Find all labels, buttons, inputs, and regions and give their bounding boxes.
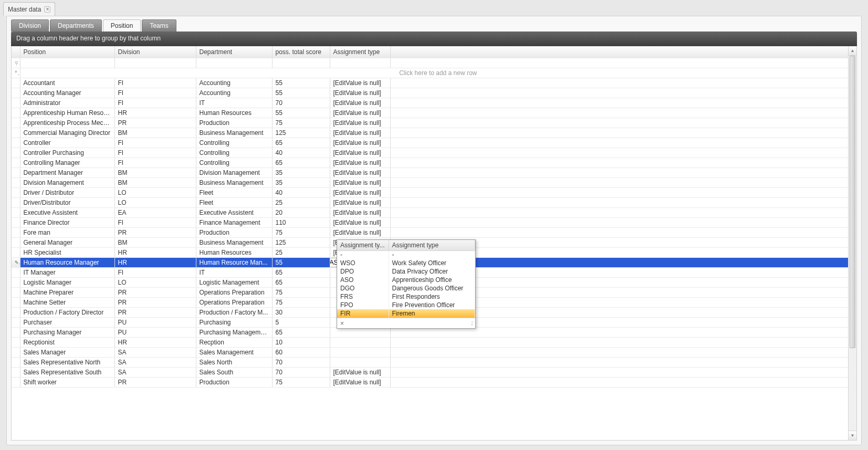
- dropdown-option[interactable]: FIRFiremen: [337, 309, 475, 318]
- scroll-down-icon[interactable]: ▼: [849, 431, 856, 440]
- cell-score[interactable]: 65: [272, 277, 330, 287]
- cell-position[interactable]: Driver/Distributor: [20, 197, 114, 207]
- cell-score[interactable]: 70: [272, 98, 330, 108]
- cell-department[interactable]: Production: [196, 377, 272, 387]
- table-row[interactable]: Controller PurchasingFIControlling40[Edi…: [12, 148, 856, 158]
- cell-department[interactable]: Human Resources: [196, 247, 272, 257]
- cell-assignment[interactable]: [EditValue is null]: [330, 88, 390, 98]
- filter-cell[interactable]: [196, 58, 272, 68]
- cell-division[interactable]: FI: [114, 148, 196, 158]
- cell-position[interactable]: Driver / Distributor: [20, 187, 114, 197]
- cell-division[interactable]: PR: [114, 297, 196, 307]
- cell-department[interactable]: Controlling: [196, 158, 272, 168]
- cell-department[interactable]: Purchasing: [196, 317, 272, 327]
- dropdown-option[interactable]: WSOWork Safety Officer: [337, 259, 475, 267]
- cell-position[interactable]: IT Manager: [20, 267, 114, 277]
- cell-division[interactable]: SA: [114, 357, 196, 367]
- popup-resize-grip[interactable]: .::: [471, 320, 472, 326]
- cell-division[interactable]: LO: [114, 187, 196, 197]
- table-row[interactable]: AccountantFIAccounting55[EditValue is nu…: [12, 78, 856, 88]
- cell-division[interactable]: HR: [114, 337, 196, 347]
- cell-score[interactable]: 75: [272, 227, 330, 237]
- cell-score[interactable]: 30: [272, 307, 330, 317]
- cell-assignment[interactable]: [330, 357, 390, 367]
- cell-department[interactable]: IT: [196, 98, 272, 108]
- cell-department[interactable]: Logistic Management: [196, 277, 272, 287]
- cell-score[interactable]: 55: [272, 257, 330, 267]
- cell-score[interactable]: 5: [272, 317, 330, 327]
- cell-score[interactable]: 20: [272, 207, 330, 217]
- cell-score[interactable]: 35: [272, 177, 330, 187]
- cell-position[interactable]: Executive Assistent: [20, 207, 114, 217]
- column-header[interactable]: Assignment type: [330, 46, 390, 58]
- cell-division[interactable]: PR: [114, 307, 196, 317]
- table-row[interactable]: Driver / DistributorLOFleet40[EditValue …: [12, 187, 856, 197]
- cell-score[interactable]: 65: [272, 267, 330, 277]
- cell-position[interactable]: Sales Manager: [20, 347, 114, 357]
- cell-position[interactable]: Human Resource Manager: [20, 257, 114, 267]
- table-row[interactable]: Shift workerPRProduction75[EditValue is …: [12, 377, 856, 387]
- cell-division[interactable]: PU: [114, 317, 196, 327]
- cell-department[interactable]: Sales North: [196, 357, 272, 367]
- table-row[interactable]: Finance DirectorFIFinance Management110[…: [12, 217, 856, 227]
- cell-department[interactable]: Division Management: [196, 168, 272, 177]
- cell-score[interactable]: 10: [272, 337, 330, 347]
- cell-score[interactable]: 25: [272, 197, 330, 207]
- cell-department[interactable]: Production / Factory M...: [196, 307, 272, 317]
- cell-division[interactable]: BM: [114, 237, 196, 247]
- column-header[interactable]: Department: [196, 46, 272, 58]
- cell-position[interactable]: Recptionist: [20, 337, 114, 347]
- table-row[interactable]: Driver/DistributorLOFleet25[EditValue is…: [12, 197, 856, 207]
- popup-close-icon[interactable]: ×: [340, 320, 344, 327]
- cell-position[interactable]: Shift worker: [20, 377, 114, 387]
- column-header[interactable]: Division: [114, 46, 196, 58]
- cell-department[interactable]: Finance Management: [196, 217, 272, 227]
- cell-score[interactable]: 75: [272, 377, 330, 387]
- cell-department[interactable]: Production: [196, 118, 272, 128]
- cell-position[interactable]: Apprenticeship Human Resourc...: [20, 108, 114, 118]
- cell-department[interactable]: Accounting: [196, 78, 272, 88]
- table-row[interactable]: Sales ManagerSASales Management60: [12, 347, 856, 357]
- cell-position[interactable]: Division Management: [20, 177, 114, 187]
- popup-header-code[interactable]: Assignment ty...: [337, 240, 389, 250]
- table-row[interactable]: Department ManagerBMDivision Management3…: [12, 168, 856, 177]
- cell-assignment[interactable]: [EditValue is null]: [330, 128, 390, 138]
- cell-division[interactable]: FI: [114, 98, 196, 108]
- cell-assignment[interactable]: [330, 337, 390, 347]
- cell-assignment[interactable]: [EditValue is null]: [330, 108, 390, 118]
- scroll-up-icon[interactable]: ▲: [849, 46, 856, 56]
- cell-score[interactable]: 110: [272, 217, 330, 227]
- document-tab-master-data[interactable]: Master data ×: [3, 2, 55, 16]
- cell-department[interactable]: Fleet: [196, 197, 272, 207]
- cell-score[interactable]: 60: [272, 347, 330, 357]
- data-grid[interactable]: PositionDivisionDepartmentposs. total sc…: [12, 46, 856, 388]
- cell-division[interactable]: FI: [114, 158, 196, 168]
- cell-division[interactable]: PR: [114, 227, 196, 237]
- cell-assignment[interactable]: [EditValue is null]: [330, 177, 390, 187]
- close-icon[interactable]: ×: [44, 6, 50, 13]
- cell-score[interactable]: 40: [272, 187, 330, 197]
- cell-division[interactable]: FI: [114, 267, 196, 277]
- cell-score[interactable]: 65: [272, 158, 330, 168]
- table-row[interactable]: Controlling ManagerFIControlling65[EditV…: [12, 158, 856, 168]
- filter-cell[interactable]: [390, 58, 856, 68]
- cell-division[interactable]: HR: [114, 108, 196, 118]
- cell-score[interactable]: 40: [272, 148, 330, 158]
- cell-score[interactable]: 65: [272, 138, 330, 148]
- tab-departments[interactable]: Departments: [50, 19, 102, 32]
- cell-score[interactable]: 75: [272, 287, 330, 297]
- cell-division[interactable]: FI: [114, 138, 196, 148]
- table-row[interactable]: Division ManagementBMBusiness Management…: [12, 177, 856, 187]
- cell-assignment[interactable]: [EditValue is null]: [330, 168, 390, 177]
- cell-position[interactable]: Purchaser: [20, 317, 114, 327]
- auto-filter-row[interactable]: ⚲: [12, 58, 856, 68]
- cell-score[interactable]: 55: [272, 78, 330, 88]
- cell-division[interactable]: PR: [114, 377, 196, 387]
- cell-position[interactable]: Production / Factory Director: [20, 307, 114, 317]
- table-row[interactable]: RecptionistHRRecption10: [12, 337, 856, 347]
- cell-division[interactable]: FI: [114, 217, 196, 227]
- cell-position[interactable]: Purchasing Manager: [20, 327, 114, 337]
- cell-division[interactable]: HR: [114, 257, 196, 267]
- cell-assignment[interactable]: [330, 347, 390, 357]
- cell-division[interactable]: PR: [114, 118, 196, 128]
